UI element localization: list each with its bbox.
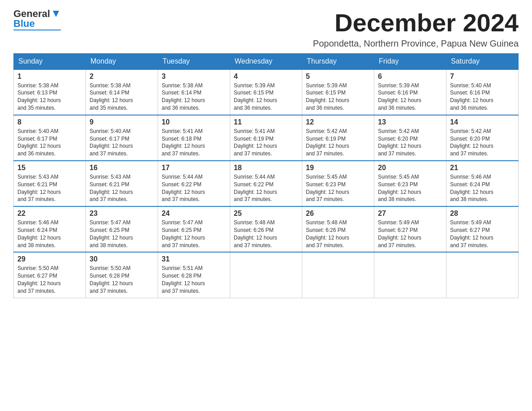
day-cell-4: 4Sunrise: 5:39 AMSunset: 6:15 PMDaylight…: [230, 69, 302, 115]
day-cell-10: 10Sunrise: 5:41 AMSunset: 6:18 PMDayligh…: [158, 115, 230, 161]
logo-underline: [13, 30, 61, 30]
day-info: Sunrise: 5:46 AMSunset: 6:24 PMDaylight:…: [450, 173, 515, 203]
day-info: Sunrise: 5:46 AMSunset: 6:24 PMDaylight:…: [17, 219, 82, 249]
empty-cell: [446, 252, 519, 298]
day-info: Sunrise: 5:47 AMSunset: 6:25 PMDaylight:…: [162, 219, 226, 249]
day-number: 20: [378, 164, 442, 172]
day-number: 27: [378, 210, 442, 218]
day-cell-2: 2Sunrise: 5:38 AMSunset: 6:14 PMDaylight…: [86, 69, 158, 115]
day-number: 29: [17, 255, 82, 263]
page-header: General Blue December 2024 Popondetta, N…: [13, 9, 519, 49]
day-cell-19: 19Sunrise: 5:45 AMSunset: 6:23 PMDayligh…: [302, 161, 374, 206]
day-info: Sunrise: 5:38 AMSunset: 6:13 PMDaylight:…: [17, 82, 82, 112]
day-cell-5: 5Sunrise: 5:39 AMSunset: 6:15 PMDaylight…: [302, 69, 374, 115]
day-cell-1: 1Sunrise: 5:38 AMSunset: 6:13 PMDaylight…: [14, 69, 86, 115]
day-info: Sunrise: 5:42 AMSunset: 6:20 PMDaylight:…: [450, 128, 515, 158]
day-info: Sunrise: 5:41 AMSunset: 6:19 PMDaylight:…: [234, 128, 298, 158]
day-info: Sunrise: 5:44 AMSunset: 6:22 PMDaylight:…: [162, 173, 226, 203]
day-number: 23: [90, 210, 154, 218]
day-number: 12: [306, 118, 370, 126]
day-number: 24: [162, 210, 226, 218]
day-number: 30: [90, 255, 154, 263]
day-cell-29: 29Sunrise: 5:50 AMSunset: 6:27 PMDayligh…: [14, 252, 86, 298]
day-info: Sunrise: 5:39 AMSunset: 6:15 PMDaylight:…: [306, 82, 370, 112]
day-info: Sunrise: 5:49 AMSunset: 6:27 PMDaylight:…: [378, 219, 442, 249]
svg-marker-0: [53, 11, 59, 17]
day-cell-27: 27Sunrise: 5:49 AMSunset: 6:27 PMDayligh…: [374, 206, 446, 252]
day-number: 7: [450, 73, 515, 81]
day-number: 16: [90, 164, 154, 172]
day-info: Sunrise: 5:38 AMSunset: 6:14 PMDaylight:…: [162, 82, 226, 112]
weekday-header-tuesday: Tuesday: [158, 53, 230, 69]
logo: General Blue: [13, 9, 61, 30]
weekday-header-row: SundayMondayTuesdayWednesdayThursdayFrid…: [14, 53, 519, 69]
day-number: 22: [17, 210, 82, 218]
title-area: December 2024 Popondetta, Northern Provi…: [313, 9, 519, 49]
day-cell-11: 11Sunrise: 5:41 AMSunset: 6:19 PMDayligh…: [230, 115, 302, 161]
day-number: 19: [306, 164, 370, 172]
day-info: Sunrise: 5:50 AMSunset: 6:27 PMDaylight:…: [17, 265, 82, 295]
day-number: 26: [306, 210, 370, 218]
day-cell-23: 23Sunrise: 5:47 AMSunset: 6:25 PMDayligh…: [86, 206, 158, 252]
day-info: Sunrise: 5:41 AMSunset: 6:18 PMDaylight:…: [162, 128, 226, 158]
day-number: 21: [450, 164, 515, 172]
day-number: 18: [234, 164, 298, 172]
logo-name: General Blue: [13, 9, 61, 30]
day-cell-31: 31Sunrise: 5:51 AMSunset: 6:28 PMDayligh…: [158, 252, 230, 298]
day-number: 17: [162, 164, 226, 172]
day-cell-6: 6Sunrise: 5:39 AMSunset: 6:16 PMDaylight…: [374, 69, 446, 115]
empty-cell: [302, 252, 374, 298]
day-cell-8: 8Sunrise: 5:40 AMSunset: 6:17 PMDaylight…: [14, 115, 86, 161]
week-row-2: 8Sunrise: 5:40 AMSunset: 6:17 PMDaylight…: [14, 115, 519, 161]
day-info: Sunrise: 5:48 AMSunset: 6:26 PMDaylight:…: [234, 219, 298, 249]
day-number: 8: [17, 118, 82, 126]
day-number: 31: [162, 255, 226, 263]
empty-cell: [230, 252, 302, 298]
day-cell-30: 30Sunrise: 5:50 AMSunset: 6:28 PMDayligh…: [86, 252, 158, 298]
day-number: 10: [162, 118, 226, 126]
day-number: 15: [17, 164, 82, 172]
day-number: 28: [450, 210, 515, 218]
weekday-header-wednesday: Wednesday: [230, 53, 302, 69]
day-number: 9: [90, 118, 154, 126]
day-cell-3: 3Sunrise: 5:38 AMSunset: 6:14 PMDaylight…: [158, 69, 230, 115]
day-cell-22: 22Sunrise: 5:46 AMSunset: 6:24 PMDayligh…: [14, 206, 86, 252]
day-cell-9: 9Sunrise: 5:40 AMSunset: 6:17 PMDaylight…: [86, 115, 158, 161]
day-info: Sunrise: 5:42 AMSunset: 6:19 PMDaylight:…: [306, 128, 370, 158]
day-info: Sunrise: 5:38 AMSunset: 6:14 PMDaylight:…: [90, 82, 154, 112]
month-title: December 2024: [313, 9, 519, 37]
day-cell-7: 7Sunrise: 5:40 AMSunset: 6:16 PMDaylight…: [446, 69, 519, 115]
week-row-3: 15Sunrise: 5:43 AMSunset: 6:21 PMDayligh…: [14, 161, 519, 206]
day-number: 25: [234, 210, 298, 218]
day-number: 1: [17, 73, 82, 81]
day-info: Sunrise: 5:40 AMSunset: 6:17 PMDaylight:…: [90, 128, 154, 158]
day-info: Sunrise: 5:51 AMSunset: 6:28 PMDaylight:…: [162, 265, 226, 295]
weekday-header-monday: Monday: [86, 53, 158, 69]
day-cell-17: 17Sunrise: 5:44 AMSunset: 6:22 PMDayligh…: [158, 161, 230, 206]
day-info: Sunrise: 5:42 AMSunset: 6:20 PMDaylight:…: [378, 128, 442, 158]
weekday-header-thursday: Thursday: [302, 53, 374, 69]
day-cell-12: 12Sunrise: 5:42 AMSunset: 6:19 PMDayligh…: [302, 115, 374, 161]
day-info: Sunrise: 5:43 AMSunset: 6:21 PMDaylight:…: [90, 173, 154, 203]
day-cell-21: 21Sunrise: 5:46 AMSunset: 6:24 PMDayligh…: [446, 161, 519, 206]
logo-triangle-icon: [51, 9, 61, 19]
day-info: Sunrise: 5:45 AMSunset: 6:23 PMDaylight:…: [306, 173, 370, 203]
day-number: 14: [450, 118, 515, 126]
day-number: 11: [234, 118, 298, 126]
calendar-table: SundayMondayTuesdayWednesdayThursdayFrid…: [13, 53, 519, 298]
day-cell-20: 20Sunrise: 5:45 AMSunset: 6:23 PMDayligh…: [374, 161, 446, 206]
day-info: Sunrise: 5:39 AMSunset: 6:15 PMDaylight:…: [234, 82, 298, 112]
day-info: Sunrise: 5:40 AMSunset: 6:17 PMDaylight:…: [17, 128, 82, 158]
day-info: Sunrise: 5:45 AMSunset: 6:23 PMDaylight:…: [378, 173, 442, 203]
day-number: 5: [306, 73, 370, 81]
day-info: Sunrise: 5:40 AMSunset: 6:16 PMDaylight:…: [450, 82, 515, 112]
week-row-5: 29Sunrise: 5:50 AMSunset: 6:27 PMDayligh…: [14, 252, 519, 298]
day-number: 4: [234, 73, 298, 81]
day-info: Sunrise: 5:47 AMSunset: 6:25 PMDaylight:…: [90, 219, 154, 249]
day-number: 2: [90, 73, 154, 81]
day-cell-24: 24Sunrise: 5:47 AMSunset: 6:25 PMDayligh…: [158, 206, 230, 252]
day-info: Sunrise: 5:43 AMSunset: 6:21 PMDaylight:…: [17, 173, 82, 203]
day-info: Sunrise: 5:48 AMSunset: 6:26 PMDaylight:…: [306, 219, 370, 249]
weekday-header-saturday: Saturday: [446, 53, 519, 69]
day-number: 13: [378, 118, 442, 126]
